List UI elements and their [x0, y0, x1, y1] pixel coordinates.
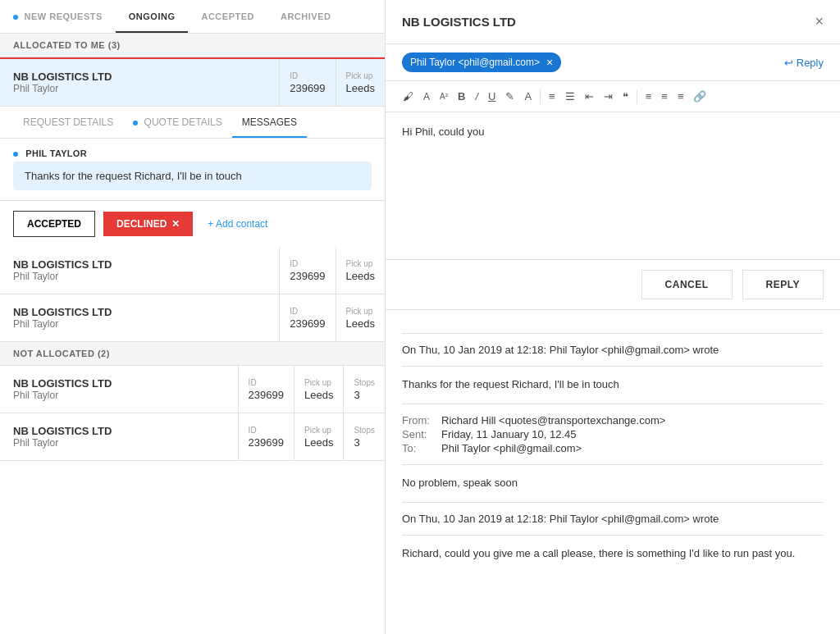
toolbar-outdent-icon[interactable]: ⇤ [581, 88, 598, 105]
compose-toolbar: 🖌 A A² B / U ✎ A ≡ ☰ ⇤ ⇥ ❝ ≡ ≡ ≡ 🔗 [386, 81, 840, 112]
not-alloc-card-1-main: NB LOGISTICS LTD Phil Taylor [0, 366, 239, 413]
not-alloc-id-2: ID 239699 [239, 413, 294, 460]
toolbar-color-icon[interactable]: A [520, 88, 536, 105]
message-bubble: Thanks for the request Richard, I'll be … [13, 162, 372, 190]
message-area: PHIL TAYLOR Thanks for the request Richa… [0, 139, 385, 200]
not-alloc-card-2[interactable]: NB LOGISTICS LTD Phil Taylor ID 239699 P… [0, 413, 385, 461]
chip-remove-icon[interactable]: × [546, 56, 553, 69]
declined-x-icon: ✕ [171, 218, 180, 230]
toolbar-align-left-icon[interactable]: ≡ [545, 88, 559, 105]
not-alloc-person-1: Phil Taylor [13, 390, 225, 401]
thread-divider-3 [402, 404, 824, 404]
not-alloc-card-2-main: NB LOGISTICS LTD Phil Taylor [0, 413, 239, 460]
extra-card-1[interactable]: NB LOGISTICS LTD Phil Taylor ID 239699 P… [0, 247, 385, 294]
extra-card-2-main: NB LOGISTICS LTD Phil Taylor [0, 294, 280, 341]
tab-accepted[interactable]: ACCEPTED [188, 0, 267, 33]
thread-divider-4 [402, 464, 824, 465]
compose-actions: CANCEL REPLY [386, 260, 840, 310]
cancel-button[interactable]: CANCEL [641, 270, 733, 299]
message-sender: PHIL TAYLOR [13, 148, 372, 158]
left-panel: NEW REQUESTS ONGOING ACCEPTED ARCHIVED A… [0, 0, 386, 634]
pickup-field: Pick up Leeds [336, 59, 385, 106]
extra-person-1: Phil Taylor [13, 271, 266, 282]
tab-archived[interactable]: ARCHIVED [267, 0, 344, 33]
email-to-bar: Phil Taylor <phil@gmail.com> × ↩ Reply [386, 44, 840, 81]
compose-area[interactable]: Hi Phil, could you [386, 112, 840, 260]
sub-tabs: REQUEST DETAILS QUOTE DETAILS MESSAGES [0, 107, 385, 139]
extra-pickup-2: Pick up Leeds [336, 294, 385, 341]
not-alloc-company-1: NB LOGISTICS LTD [13, 377, 225, 390]
thread-divider-1 [402, 333, 824, 334]
toolbar-font-size-small-icon[interactable]: A² [436, 89, 452, 103]
not-alloc-person-2: Phil Taylor [13, 437, 225, 449]
thread-quote-body-2: Richard, could you give me a call please… [402, 545, 824, 563]
thread-quote-intro-2: On Thu, 10 Jan 2019 at 12:18: Phil Taylo… [402, 513, 824, 525]
not-alloc-card-1[interactable]: NB LOGISTICS LTD Phil Taylor ID 239699 P… [0, 366, 385, 413]
reply-submit-button[interactable]: REPLY [742, 270, 824, 299]
not-alloc-id-1: ID 239699 [239, 366, 294, 413]
thread-divider-5 [402, 502, 824, 503]
add-contact-button[interactable]: + Add contact [201, 212, 274, 236]
extra-card-2[interactable]: NB LOGISTICS LTD Phil Taylor ID 239699 P… [0, 294, 385, 342]
toolbar-link-icon[interactable]: 🔗 [689, 88, 710, 105]
toolbar-quote-icon[interactable]: ❝ [619, 88, 632, 105]
quote-details-dot [133, 121, 138, 125]
sub-tab-quote-details[interactable]: QUOTE DETAILS [123, 107, 231, 138]
not-alloc-pickup-2: Pick up Leeds [294, 413, 344, 460]
tab-ongoing[interactable]: ONGOING [116, 0, 189, 33]
sub-tab-request-details[interactable]: REQUEST DETAILS [13, 107, 123, 138]
sub-tab-messages[interactable]: MESSAGES [232, 107, 307, 138]
id-field: ID 239699 [280, 59, 336, 106]
toolbar-align-icon-1[interactable]: ≡ [641, 88, 656, 105]
email-from-row: From: Richard Hill <quotes@transportexch… [402, 414, 824, 426]
new-requests-dot [13, 15, 18, 20]
extra-id-1: ID 239699 [280, 247, 336, 294]
person-name: Phil Taylor [13, 83, 266, 94]
main-tabs: NEW REQUESTS ONGOING ACCEPTED ARCHIVED [0, 0, 385, 34]
extra-card-1-main: NB LOGISTICS LTD Phil Taylor [0, 247, 280, 294]
recipient-chip: Phil Taylor <phil@gmail.com> × [402, 52, 561, 72]
toolbar-separator-2 [637, 89, 637, 104]
declined-button[interactable]: DECLINED ✕ [103, 212, 193, 236]
toolbar-align-icon-2[interactable]: ≡ [657, 88, 672, 105]
company-name: NB LOGISTICS LTD [13, 71, 266, 83]
toolbar-align-icon-3[interactable]: ≡ [673, 88, 688, 105]
thread-divider-2 [402, 366, 824, 367]
request-card-main: NB LOGISTICS LTD Phil Taylor [0, 59, 280, 106]
toolbar-strikethrough-icon[interactable]: ✎ [501, 88, 518, 105]
email-title: NB LOGISTICS LTD [402, 15, 516, 29]
email-thread: On Thu, 10 Jan 2019 at 12:18: Phil Taylo… [386, 310, 840, 585]
reply-arrow-icon: ↩ [784, 57, 793, 69]
toolbar-bold-icon[interactable]: B [454, 88, 469, 105]
message-dot [13, 152, 18, 157]
right-panel: NB LOGISTICS LTD × Phil Taylor <phil@gma… [386, 0, 840, 634]
toolbar-italic-icon[interactable]: / [471, 88, 482, 105]
email-from-block: From: Richard Hill <quotes@transportexch… [402, 414, 824, 454]
toolbar-underline-icon[interactable]: U [484, 88, 500, 105]
toolbar-paint-icon[interactable]: 🖌 [399, 88, 418, 105]
active-request-card[interactable]: NB LOGISTICS LTD Phil Taylor ID 239699 P… [0, 59, 385, 107]
close-button[interactable]: × [815, 13, 824, 30]
extra-id-2: ID 239699 [280, 294, 336, 341]
thread-quote-body-1: Thanks for the request Richard, I'll be … [402, 376, 824, 394]
extra-company-1: NB LOGISTICS LTD [13, 258, 266, 271]
toolbar-separator-1 [540, 89, 541, 104]
extra-person-2: Phil Taylor [13, 318, 266, 330]
accepted-button[interactable]: ACCEPTED [13, 211, 95, 237]
action-bar: ACCEPTED DECLINED ✕ + Add contact [0, 200, 385, 247]
thread-body-1: No problem, speak soon [402, 475, 824, 492]
toolbar-font-size-icon[interactable]: A [419, 89, 434, 105]
email-sent-row: Sent: Friday, 11 January 10, 12.45 [402, 428, 824, 440]
toolbar-indent-icon[interactable]: ⇥ [600, 88, 617, 105]
tab-new-requests[interactable]: NEW REQUESTS [0, 0, 116, 33]
not-alloc-pickup-1: Pick up Leeds [294, 366, 344, 413]
not-allocated-section-header: NOT ALLOCATED (2) [0, 342, 385, 366]
extra-company-2: NB LOGISTICS LTD [13, 306, 266, 318]
not-alloc-stops-1: Stops 3 [344, 366, 385, 413]
toolbar-list-icon[interactable]: ☰ [561, 88, 579, 105]
not-alloc-company-2: NB LOGISTICS LTD [13, 425, 225, 437]
allocated-section-header: ALLOCATED TO ME (3) [0, 34, 385, 57]
extra-pickup-1: Pick up Leeds [336, 247, 385, 294]
reply-button[interactable]: ↩ Reply [784, 57, 824, 69]
email-to-row: To: Phil Taylor <phil@gmail.com> [402, 442, 824, 454]
